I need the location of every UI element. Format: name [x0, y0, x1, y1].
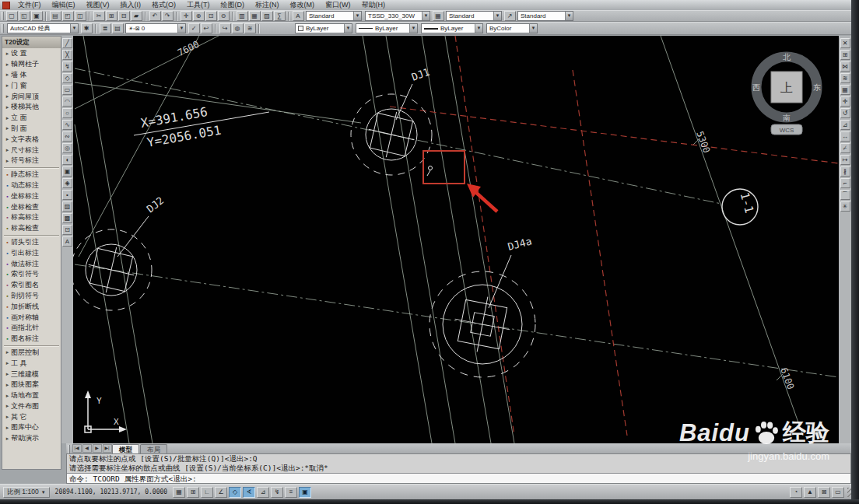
color-combo[interactable]: ByLayer▼: [295, 23, 352, 33]
modify-trim-icon[interactable]: ⌿: [840, 143, 850, 153]
plot-icon[interactable]: ▤: [50, 11, 61, 21]
mleader-style-combo[interactable]: Standard▼: [517, 11, 573, 21]
plot-style-combo[interactable]: ByColor▼: [486, 23, 538, 33]
sidebar-item-section[interactable]: ▸剖 面: [2, 124, 61, 135]
command-line-area[interactable]: 请点取要标注的点或 [设置(S)/批量标注(Q)]<退出>:Q 请选择需要标注坐…: [66, 453, 851, 484]
draw-ellipse-arc-icon[interactable]: ◖: [62, 155, 72, 165]
sidebar-item-coord-dim[interactable]: ▪坐标标注: [2, 191, 61, 201]
last-tab-icon[interactable]: ▶|: [103, 444, 112, 453]
modify-scale-icon[interactable]: ⊿: [840, 120, 850, 130]
sidebar-item-north-arrow[interactable]: ▪画指北针: [2, 323, 61, 334]
sidebar-item-room-roof[interactable]: ▸房间屋顶: [2, 91, 61, 102]
chevron-down-icon[interactable]: ▼: [493, 12, 501, 20]
zoom-previous-icon[interactable]: ⊖: [218, 11, 230, 21]
sidebar-item-section-symbol[interactable]: ▪剖切符号: [2, 291, 61, 302]
sidebar-item-settings[interactable]: ▸设 置: [2, 48, 61, 59]
designcenter-icon[interactable]: ▦: [249, 11, 261, 21]
draw-circle-icon[interactable]: ○: [62, 108, 72, 118]
sidebar-item-stair-other[interactable]: ▸楼梯其他: [2, 102, 61, 113]
draw-line-icon[interactable]: ╱: [62, 38, 72, 48]
scale-button[interactable]: 比例 1:100 ▼: [3, 487, 50, 498]
draw-mtext-icon[interactable]: A: [62, 236, 72, 247]
layer-states-icon[interactable]: ▤: [112, 23, 124, 33]
modify-mirror-icon[interactable]: ⋈: [840, 61, 850, 72]
modify-rotate-icon[interactable]: ↺: [840, 108, 850, 118]
draw-spline-icon[interactable]: ∾: [62, 131, 72, 142]
dim-style-combo[interactable]: TSSD_330_30W▼: [365, 11, 430, 21]
menu-item-7[interactable]: 标注(N): [250, 0, 285, 10]
status-toggle-model[interactable]: ▣: [299, 487, 311, 498]
clean-screen-icon[interactable]: ▭: [832, 487, 844, 498]
viewcube[interactable]: 北 东 南 西 上 WCS: [752, 53, 821, 135]
draw-rectangle-icon[interactable]: ▭: [62, 85, 72, 95]
sidebar-item-leader-note[interactable]: ▪引出标注: [2, 247, 61, 258]
text-style-combo[interactable]: Standard▼: [306, 11, 362, 21]
draw-point-icon[interactable]: •: [62, 190, 72, 200]
draw-ellipse-icon[interactable]: ◎: [62, 143, 72, 153]
sidebar-item-dynamic-dim[interactable]: ▪动态标注: [2, 180, 61, 191]
status-toggle-grid[interactable]: ⊞: [187, 487, 199, 498]
plot-preview-icon[interactable]: ◰: [62, 11, 74, 21]
sidebar-item-coord-check[interactable]: ▪坐标检查: [2, 201, 61, 212]
sidebar-item-arrow-leader[interactable]: ▪箭头引注: [2, 237, 61, 248]
multileader-style-icon[interactable]: ↗: [504, 11, 516, 21]
redo-icon[interactable]: ↷: [162, 11, 174, 21]
sidebar-item-text-table[interactable]: ▸文字表格: [2, 134, 61, 145]
menu-item-2[interactable]: 视图(V): [81, 0, 115, 10]
match-layer-icon[interactable]: ↪: [219, 23, 231, 33]
pile-cap-dj1[interactable]: [351, 84, 432, 175]
paste-icon[interactable]: ⊟: [118, 11, 130, 21]
zoom-realtime-icon[interactable]: ⊕: [193, 11, 205, 21]
chevron-down-icon[interactable]: ▼: [177, 24, 185, 33]
draw-insert-block-icon[interactable]: ▣: [62, 166, 72, 177]
undo-icon[interactable]: ↶: [149, 11, 161, 21]
menu-item-9[interactable]: 窗口(W): [320, 0, 356, 10]
draw-region-icon[interactable]: ⊡: [62, 225, 72, 235]
viewcube-wcs-button[interactable]: WCS: [780, 127, 794, 134]
prev-tab-icon[interactable]: ◀: [82, 444, 92, 453]
modify-copy-object-icon[interactable]: ⊞: [840, 50, 850, 60]
table-style-combo[interactable]: Standard▼: [446, 11, 502, 21]
tool-palettes-icon[interactable]: ▨: [261, 11, 273, 21]
publish-icon[interactable]: ◫: [75, 11, 86, 21]
draw-polygon-icon[interactable]: ◇: [62, 73, 72, 83]
status-toggle-polar[interactable]: ∠: [215, 487, 227, 498]
qnew-icon[interactable]: ▢: [6, 11, 18, 21]
sidebar-item-symmetry-axis[interactable]: ▪画对称轴: [2, 312, 61, 323]
sidebar-item-symbol-dim[interactable]: ▸符号标注: [2, 156, 61, 166]
sidebar-item-dimension[interactable]: ▸尺寸标注: [2, 145, 61, 156]
menu-item-6[interactable]: 绘图(D): [216, 0, 251, 10]
menu-item-5[interactable]: 工具(T): [181, 0, 216, 10]
tabbar-grip[interactable]: [68, 445, 70, 453]
sidebar-item-model-3d[interactable]: ▸三维建模: [2, 369, 61, 380]
chevron-down-icon[interactable]: ▼: [565, 12, 573, 20]
modify-erase-icon[interactable]: ✕: [840, 38, 850, 48]
quickcalc-icon[interactable]: ∑: [274, 11, 286, 21]
tab-布局[interactable]: 布局: [140, 444, 167, 453]
sidebar-item-door-window[interactable]: ▸门 窗: [2, 80, 61, 91]
zoom-window-icon[interactable]: ⊡: [205, 11, 217, 21]
command-input[interactable]: 命令: TCOORD 属性界面方式<退出>:: [67, 473, 850, 483]
layer-isolate-icon[interactable]: ◍: [232, 23, 244, 33]
viewcube-west-label[interactable]: 西: [752, 83, 760, 92]
viewcube-south-label[interactable]: 南: [783, 114, 791, 122]
sidebar-item-file-layout[interactable]: ▸文件布图: [2, 401, 61, 412]
chevron-down-icon[interactable]: ▼: [529, 24, 537, 33]
chevron-down-icon[interactable]: ▼: [409, 24, 417, 33]
viewcube-top-face[interactable]: 上: [780, 81, 793, 94]
first-tab-icon[interactable]: |◀: [72, 444, 82, 453]
toolbar-lock-icon[interactable]: ⊠: [818, 487, 830, 498]
pile-cap-dj4a[interactable]: [430, 255, 535, 377]
table-style-icon[interactable]: ▦: [433, 11, 444, 21]
sidebar-item-tools[interactable]: ▸工 具: [2, 358, 61, 369]
chevron-down-icon[interactable]: ▼: [344, 24, 352, 33]
layer-previous-icon[interactable]: ↩: [201, 23, 212, 33]
sidebar-item-site-layout[interactable]: ▸场地布置: [2, 390, 61, 401]
status-toggle-dyn[interactable]: ↯: [271, 487, 283, 498]
menu-item-8[interactable]: 修改(M): [285, 0, 321, 10]
drawing-canvas[interactable]: DJ1 DJ2: [73, 36, 839, 443]
pile-cap-dj2[interactable]: [73, 216, 152, 310]
linetype-combo[interactable]: ByLayer▼: [356, 23, 418, 33]
menu-item-3[interactable]: 插入(I): [115, 0, 147, 10]
sidebar-item-index-symbol[interactable]: ▪索引符号: [2, 269, 61, 280]
